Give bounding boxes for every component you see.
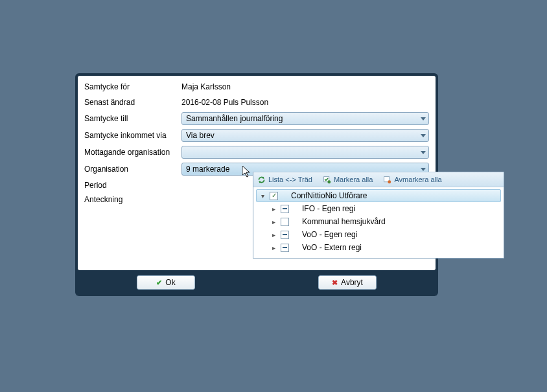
checkbox[interactable] [281,205,289,213]
deselect-all-icon [383,176,391,184]
select-all-label: Markera alla [334,176,373,183]
tree-item-label: VoO - Egen regi [302,230,357,239]
chevron-down-icon [421,168,426,171]
combo-mottagande-organisation[interactable] [181,146,429,159]
row-senast-andrad: Senast ändrad 2016-02-08 Puls Pulsson [84,97,429,108]
tree-item[interactable]: ▸ Kommunal hemsjukvård [256,215,501,228]
expand-icon[interactable]: ▸ [270,231,277,238]
close-icon: ✖ [332,279,338,287]
label-anteckning: Anteckning [84,195,181,204]
dropdown-toolbar: Lista <-> Träd Markera alla Avmarkera al… [253,172,504,187]
combo-samtycke-till[interactable]: Sammanhållen journalföring [181,112,429,125]
toggle-list-tree-button[interactable]: Lista <-> Träd [257,176,312,184]
combo-samtycke-inkommet-via-value: Via brev [186,131,215,140]
organisation-dropdown: Lista <-> Träd Markera alla Avmarkera al… [253,172,504,259]
deselect-all-button[interactable]: Avmarkera alla [383,176,441,184]
row-mottagande-organisation: Mottagande organisation [84,146,429,159]
tree-item-label: Kommunal hemsjukvård [302,217,386,226]
chevron-down-icon [421,134,426,137]
organisation-tree: ▾ ConfNittioNio Utförare ▸ IFO - Egen re… [253,187,504,258]
select-all-button[interactable]: Markera alla [323,176,373,184]
tree-item[interactable]: ▸ IFO - Egen regi [256,202,501,215]
check-icon: ✔ [156,279,162,287]
tree-item[interactable]: ▸ VoO - Extern regi [256,241,501,254]
label-organisation: Organisation [84,165,181,174]
expand-icon[interactable]: ▸ [270,218,277,225]
tree-item-label: IFO - Egen regi [302,204,355,213]
tree-root[interactable]: ▾ ConfNittioNio Utförare [256,189,501,202]
expand-icon[interactable]: ▸ [270,205,277,212]
label-mottagande-organisation: Mottagande organisation [84,148,181,157]
row-samtycke-inkommet-via: Samtycke inkommet via Via brev [84,129,429,142]
cancel-button[interactable]: ✖ Avbryt [318,275,377,290]
ok-button[interactable]: ✔ Ok [137,275,195,290]
chevron-down-icon [421,117,426,121]
select-all-icon [323,176,331,184]
value-samtycke-for: Maja Karlsson [181,82,231,91]
chevron-down-icon [421,151,426,154]
checkbox[interactable] [281,231,289,239]
label-senast-andrad: Senast ändrad [84,98,181,107]
combo-samtycke-inkommet-via[interactable]: Via brev [181,129,429,142]
row-samtycke-for: Samtycke för Maja Karlsson [84,81,429,93]
collapse-icon[interactable]: ▾ [259,192,266,199]
checkbox[interactable] [281,218,289,226]
combo-samtycke-till-value: Sammanhållen journalföring [186,114,283,123]
ok-button-label: Ok [165,278,175,287]
toggle-list-tree-label: Lista <-> Träd [268,176,312,183]
dialog-footer: ✔ Ok ✖ Avbryt [78,270,436,294]
tree-item[interactable]: ▸ VoO - Egen regi [256,228,501,241]
tree-item-label: VoO - Extern regi [302,243,362,252]
label-period: Period [84,181,181,190]
label-samtycke-inkommet-via: Samtycke inkommet via [84,131,181,140]
svg-point-3 [388,180,391,183]
cancel-button-label: Avbryt [341,278,363,287]
value-senast-andrad: 2016-02-08 Puls Pulsson [181,98,268,107]
combo-organisation-value: 9 markerade [186,165,229,174]
row-samtycke-till: Samtycke till Sammanhållen journalföring [84,112,429,125]
checkbox[interactable] [281,244,289,252]
consent-dialog: Samtycke för Maja Karlsson Senast ändrad… [75,73,438,296]
expand-icon[interactable]: ▸ [270,244,277,251]
label-samtycke-till: Samtycke till [84,114,181,123]
refresh-icon [257,176,266,184]
deselect-all-label: Avmarkera alla [394,176,441,183]
checkbox-root[interactable] [270,192,278,200]
svg-point-1 [327,180,331,183]
tree-root-label: ConfNittioNio Utförare [291,191,367,200]
label-samtycke-for: Samtycke för [84,82,181,91]
